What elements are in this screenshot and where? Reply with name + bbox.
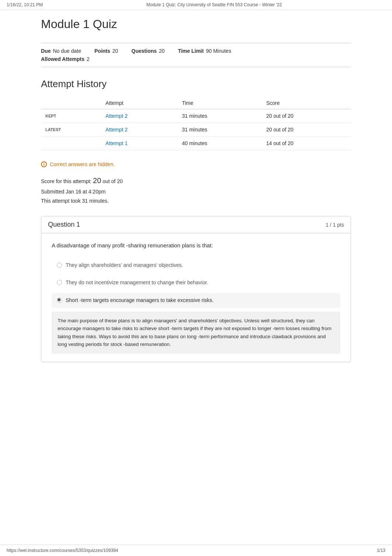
attempt-badge: LATEST xyxy=(41,123,101,137)
question-1-header: Question 1 1 / 1 pts xyxy=(41,216,351,233)
meta-attempts-label: Allowed Attempts xyxy=(41,56,85,62)
attempt-time: 40 minutes xyxy=(178,137,262,150)
attempt-link-cell[interactable]: Attempt 2 xyxy=(101,123,178,137)
quiz-meta: Due No due date Points 20 Questions 20 T… xyxy=(41,43,351,67)
attempt-history-table: Attempt Time Score KEPTAttempt 231 minut… xyxy=(41,97,351,150)
attempt-score: 14 out of 20 xyxy=(262,137,351,150)
attempt-score: 20 out of 20 xyxy=(262,123,351,137)
radio-1 xyxy=(57,262,62,268)
radio-3 xyxy=(57,298,62,303)
col-time: Time xyxy=(178,97,262,109)
meta-questions-label: Questions xyxy=(131,48,157,54)
attempt-time: 31 minutes xyxy=(178,123,262,137)
meta-timelimit-value: 90 Minutes xyxy=(206,48,231,54)
top-bar-left: 1/16/22, 10:21 PM xyxy=(7,2,43,7)
quiz-meta-row1: Due No due date Points 20 Questions 20 T… xyxy=(41,47,351,55)
top-bar-center: Module 1 Quiz: City University of Seattl… xyxy=(146,2,282,7)
score-out-of: out of 20 xyxy=(103,178,123,184)
page-title: Module 1 Quiz xyxy=(41,17,351,36)
col-badge xyxy=(41,97,101,109)
answer-option-2[interactable]: They do not incentivize management to ch… xyxy=(52,275,340,290)
duration-line: This attempt took 31 minutes. xyxy=(41,196,351,206)
score-number: 20 xyxy=(93,176,101,185)
meta-due-label: Due xyxy=(41,48,51,54)
notice-text: Correct answers are hidden. xyxy=(50,161,115,167)
table-row: KEPTAttempt 231 minutes20 out of 20 xyxy=(41,109,351,123)
answer-option-1[interactable]: They align shareholders' and managers' o… xyxy=(52,258,340,273)
question-1-body: A disadvantage of many profit -sharing r… xyxy=(41,233,351,362)
meta-points-value: 20 xyxy=(113,48,118,54)
attempt-badge xyxy=(41,137,101,150)
radio-2 xyxy=(57,280,62,285)
meta-points-label: Points xyxy=(94,48,110,54)
question-1-pts: 1 / 1 pts xyxy=(326,222,344,228)
attempt-badge: KEPT xyxy=(41,109,101,123)
attempt-summary: Score for this attempt: 20 out of 20 Sub… xyxy=(41,174,351,206)
explanation-box: The main purpose of these plans is to al… xyxy=(52,312,340,354)
meta-attempts-value: 2 xyxy=(87,56,90,62)
notice-icon: i xyxy=(41,161,47,167)
meta-points: Points 20 xyxy=(94,48,118,54)
meta-timelimit-label: Time Limit xyxy=(178,48,204,54)
attempt-link-cell[interactable]: Attempt 2 xyxy=(101,109,178,123)
attempt-link[interactable]: Attempt 1 xyxy=(106,140,128,146)
question-1-title: Question 1 xyxy=(48,221,80,229)
question-1-text: A disadvantage of many profit -sharing r… xyxy=(52,241,340,250)
quiz-meta-row2: Allowed Attempts 2 xyxy=(41,55,351,63)
attempt-score: 20 out of 20 xyxy=(262,109,351,123)
attempt-link[interactable]: Attempt 2 xyxy=(106,113,128,119)
page-content: Module 1 Quiz Due No due date Points 20 … xyxy=(30,10,362,393)
score-line: Score for this attempt: 20 out of 20 xyxy=(41,174,351,187)
meta-questions-value: 20 xyxy=(159,48,165,54)
answer-text-3: Short -term targets encourage managers t… xyxy=(66,297,214,304)
attempt-time: 31 minutes xyxy=(178,109,262,123)
meta-due: Due No due date xyxy=(41,48,81,54)
answer-text-1: They align shareholders' and managers' o… xyxy=(66,262,183,269)
meta-attempts: Allowed Attempts 2 xyxy=(41,56,90,62)
meta-timelimit: Time Limit 90 Minutes xyxy=(178,48,231,54)
table-row: Attempt 140 minutes14 out of 20 xyxy=(41,137,351,150)
correct-answers-notice: i Correct answers are hidden. xyxy=(41,161,351,167)
col-attempt: Attempt xyxy=(101,97,178,109)
question-1-block: Question 1 1 / 1 pts A disadvantage of m… xyxy=(41,216,351,362)
attempt-history-title: Attempt History xyxy=(41,78,351,90)
attempt-link[interactable]: Attempt 2 xyxy=(106,127,128,133)
meta-due-value: No due date xyxy=(53,48,81,54)
score-label: Score for this attempt: xyxy=(41,178,92,184)
submitted-line: Submitted Jan 16 at 4:20pm xyxy=(41,187,351,196)
answer-option-3[interactable]: Short -term targets encourage managers t… xyxy=(52,293,340,308)
table-row: LATESTAttempt 231 minutes20 out of 20 xyxy=(41,123,351,137)
col-score: Score xyxy=(262,97,351,109)
attempt-link-cell[interactable]: Attempt 1 xyxy=(101,137,178,150)
answer-text-2: They do not incentivize management to ch… xyxy=(66,279,208,286)
top-bar: 1/16/22, 10:21 PM Module 1 Quiz: City Un… xyxy=(0,0,392,10)
meta-questions: Questions 20 xyxy=(131,48,165,54)
